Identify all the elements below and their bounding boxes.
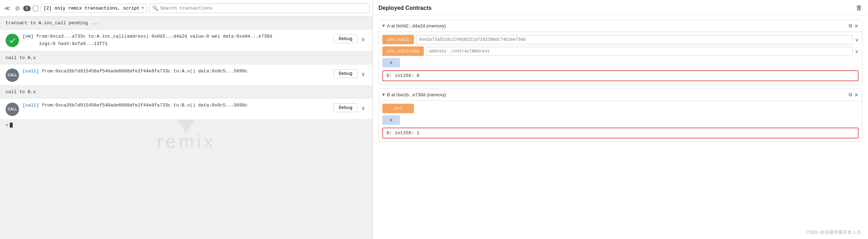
cli-prompt: > <box>6 123 8 128</box>
tx2-actions: Debug ∨ <box>333 69 367 78</box>
contract-b-body: inc x 0: int256: 1 <box>379 101 862 141</box>
search-input[interactable] <box>160 6 366 11</box>
x-button-b[interactable]: x <box>382 115 400 125</box>
checkbox-wrapper <box>33 6 38 11</box>
search-icon: 🔍 <box>152 5 158 11</box>
debug-button-3[interactable]: Debug <box>333 103 358 112</box>
filter-checkbox[interactable] <box>33 6 38 11</box>
expand-button-2[interactable]: ∨ <box>360 70 367 78</box>
watermark-text: remix <box>157 131 216 152</box>
vm-tag: [vm] <box>23 34 33 39</box>
call-tag-a: [call] <box>23 69 39 74</box>
expand-button-1[interactable]: ∨ <box>360 35 367 43</box>
contract-a-copy-button[interactable]: ⧉ <box>849 23 852 29</box>
inc-callcode-button[interactable]: inc_callcode <box>382 46 424 56</box>
contract-b-chevron-icon[interactable]: ▼ <box>382 92 385 97</box>
contract-a-card: ▼ A at 0x0d2...d4a2d (memory) ⧉ ✕ inc_ca… <box>378 20 862 84</box>
log-area: remix transact to A.inc_call pending ...… <box>0 17 372 239</box>
tx1-actions: Debug ∨ <box>333 34 367 43</box>
deployed-contracts-title: Deployed Contracts <box>378 5 432 11</box>
inc-call-row: inc_call ∨ <box>382 35 859 44</box>
contract-a-close-button[interactable]: ✕ <box>854 23 859 29</box>
contract-a-title: A at 0x0d2...d4a2d (memory) <box>387 23 847 28</box>
inc-row: inc <box>382 104 859 113</box>
right-panel: Deployed Contracts 🗑 ▼ A at 0x0d2...d4a2… <box>373 0 868 239</box>
inc-call-input[interactable] <box>416 35 853 44</box>
trash-icon: 🗑 <box>856 4 862 11</box>
tx1-text: from:0xca3...a733c to:A.inc_call(address… <box>36 34 272 39</box>
trash-button[interactable]: 🗑 <box>856 4 862 12</box>
tx-vm-content: [vm] from:0xca3...a733c to:A.inc_call(ad… <box>23 33 330 48</box>
tx1-logs: logs:0 hash:0xfa9...13f71 <box>23 41 108 46</box>
tx-vm-entry: [vm] from:0xca3...a733c to:A.inc_call(ad… <box>0 29 372 52</box>
tx3-actions: Debug ∨ <box>333 103 367 112</box>
contract-b-copy-button[interactable]: ⧉ <box>849 92 852 98</box>
call-to-a-label: call to A.x <box>0 52 372 64</box>
tx-call-a-entry: CALL [call] from:0xca35b7d915458ef540ade… <box>0 64 372 86</box>
count-badge: 0 <box>23 6 31 11</box>
collapse-button[interactable]: ≪ <box>3 4 12 12</box>
right-header: Deployed Contracts 🗑 <box>373 0 868 15</box>
csdn-watermark: CSDN @后端常规开发人员 <box>805 229 861 235</box>
contract-a-body: inc_call ∨ inc_callcode ∨ x 0: int256: 0 <box>379 32 862 84</box>
tx3-text: from:0xca35b7d915458ef540ade6068dfe2f44e… <box>42 103 248 108</box>
contract-a-chevron-icon[interactable]: ▼ <box>382 24 385 28</box>
vm-success-icon <box>6 34 19 47</box>
cli-cursor <box>10 123 13 128</box>
tx2-text: from:0xca35b7d915458ef540ade6068dfe2f44e… <box>42 69 248 74</box>
tx3-content: [call] from:0xca35b7d915458ef540ade6068d… <box>23 102 330 109</box>
inc-button[interactable]: inc <box>382 104 414 113</box>
contract-a-header: ▼ A at 0x0d2...d4a2d (memory) ⧉ ✕ <box>379 20 862 32</box>
search-wrapper: 🔍 <box>149 4 370 13</box>
contract-b-close-button[interactable]: ✕ <box>854 92 859 98</box>
filter-label: [2] only remix transactions, script <box>44 6 140 11</box>
call-icon-b: CALL <box>6 103 19 116</box>
result-b: 0: int256: 1 <box>382 128 859 138</box>
expand-button-3[interactable]: ∨ <box>360 104 367 112</box>
inc-call-expand-icon[interactable]: ∨ <box>855 37 859 43</box>
tx2-content: [call] from:0xca35b7d915458ef540ade6068d… <box>23 68 330 75</box>
call-icon-a: CALL <box>6 69 19 82</box>
cli-line: > <box>0 120 372 131</box>
inc-callcode-expand-icon[interactable]: ∨ <box>855 49 859 54</box>
pending-log: transact to A.inc_call pending ... <box>0 17 372 29</box>
cancel-button[interactable]: ⊘ <box>14 4 21 12</box>
x-btn-row-b: x <box>382 115 859 125</box>
tx-call-b-entry: CALL [call] from:0xca35b7d915458ef540ade… <box>0 98 372 120</box>
call-tag-b: [call] <box>23 103 39 108</box>
contract-b-header: ▼ B at 0xe1b...e730d (memory) ⧉ ✕ <box>379 89 862 101</box>
debug-button-2[interactable]: Debug <box>333 69 358 78</box>
inc-callcode-input[interactable] <box>426 47 853 56</box>
inc-callcode-row: inc_callcode ∨ <box>382 46 859 56</box>
contract-b-card: ▼ B at 0xe1b...e730d (memory) ⧉ ✕ inc x … <box>378 89 862 142</box>
checkmark-icon <box>8 37 16 44</box>
call-to-b-label: call to B.x <box>0 86 372 98</box>
contract-b-title: B at 0xe1b...e730d (memory) <box>387 92 847 97</box>
filter-dropdown[interactable]: [2] only remix transactions, script ▼ <box>40 4 147 13</box>
result-a: 0: int256: 0 <box>382 70 859 81</box>
debug-button-1[interactable]: Debug <box>333 34 358 43</box>
x-button-a[interactable]: x <box>382 58 400 67</box>
chevron-down-icon: ▼ <box>142 6 144 10</box>
toolbar: ≪ ⊘ 0 [2] only remix transactions, scrip… <box>0 0 372 17</box>
inc-call-button[interactable]: inc_call <box>382 35 414 44</box>
left-panel: ≪ ⊘ 0 [2] only remix transactions, scrip… <box>0 0 373 239</box>
x-btn-row-a: x <box>382 58 859 67</box>
